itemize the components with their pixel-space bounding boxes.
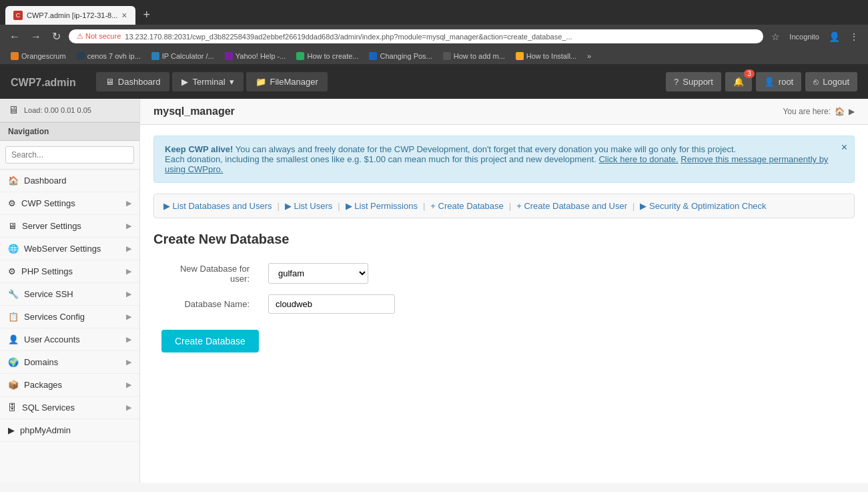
- terminal-icon: ▶: [181, 77, 188, 87]
- sidebar-item-cwp-settings[interactable]: ⚙ CWP Settings ▶: [0, 192, 139, 215]
- brand-sub: .admin: [41, 77, 76, 88]
- field-input-user: gulfam: [260, 258, 403, 289]
- notification-btn[interactable]: 🔔 3: [725, 72, 752, 91]
- packages-icon: 📦: [8, 380, 19, 390]
- sidebar-item-phpmyadmin[interactable]: ▶ phpMyAdmin: [0, 419, 139, 442]
- sidebar-label-cwp: CWP Settings: [21, 198, 75, 208]
- nav-section-title: Navigation: [0, 122, 139, 141]
- tab-create-database[interactable]: + Create Database: [430, 201, 503, 211]
- tabs-nav: ▶ List Databases and Users | ▶ List User…: [153, 194, 855, 218]
- alert-banner: Keep CWP alive! You can always and freel…: [153, 136, 855, 183]
- browser-controls: ← → ↻ ⚠ Not secure 13.232.170.88:2031/cw…: [0, 25, 868, 48]
- search-input[interactable]: [5, 146, 134, 164]
- sidebar-label-dashboard: Dashboard: [24, 176, 67, 186]
- main-layout: 🖥 Load: 0.00 0.01 0.05 Navigation 🏠 Dash…: [0, 99, 868, 483]
- sidebar-item-php[interactable]: ⚙ PHP Settings ▶: [0, 260, 139, 283]
- sidebar-label-webserver: WebServer Settings: [24, 244, 101, 254]
- new-tab-btn[interactable]: +: [138, 5, 156, 25]
- back-btn[interactable]: ←: [7, 29, 23, 44]
- alert-bold: Keep CWP alive!: [165, 144, 233, 154]
- alert-link-donate[interactable]: Click here to donate.: [598, 154, 678, 164]
- sidebar-label-phpmyadmin: phpMyAdmin: [20, 425, 71, 435]
- alert-text1: You can always and freely donate for the…: [236, 144, 736, 154]
- tab-separator-3: |: [423, 201, 425, 211]
- tab-separator-4: |: [509, 201, 511, 211]
- sidebar-item-sql-services[interactable]: 🗄 SQL Services ▶: [0, 397, 139, 419]
- bookmark-centos[interactable]: cenos 7 ovh ip...: [73, 51, 145, 61]
- sql-icon: 🗄: [8, 403, 17, 413]
- form-title: Create New Database: [153, 232, 855, 247]
- terminal-btn[interactable]: ▶ Terminal ▾: [172, 72, 243, 91]
- profile-icon[interactable]: 👤: [826, 30, 843, 43]
- arrow-icon-packages: ▶: [126, 381, 131, 389]
- filemanager-icon: 📁: [256, 77, 266, 87]
- address-text: 13.232.170.88:2031/cwp_d3b82258439ad2ebb…: [125, 33, 755, 41]
- sidebar-label-sql: SQL Services: [22, 403, 75, 413]
- tab-list-users[interactable]: ▶ List Users: [285, 201, 332, 211]
- forward-btn[interactable]: →: [28, 29, 44, 44]
- user-select[interactable]: gulfam: [268, 263, 368, 284]
- sidebar: 🖥 Load: 0.00 0.01 0.05 Navigation 🏠 Dash…: [0, 99, 140, 483]
- tab-separator-1: |: [277, 201, 279, 211]
- create-database-form: New Database for user: gulfam Database N…: [153, 258, 403, 319]
- tab-title: CWP7.admin [ip-172-31-8...: [27, 11, 117, 19]
- sidebar-item-packages[interactable]: 📦 Packages ▶: [0, 374, 139, 397]
- sidebar-item-user-accounts[interactable]: 👤 User Accounts ▶: [0, 328, 139, 351]
- notification-badge: 3: [744, 69, 755, 78]
- tab-list-permissions[interactable]: ▶ List Permissions: [346, 201, 418, 211]
- sidebar-item-dashboard[interactable]: 🏠 Dashboard: [0, 170, 139, 192]
- arrow-icon-php: ▶: [126, 267, 131, 276]
- tab-separator-2: |: [338, 201, 340, 211]
- sidebar-item-services-config[interactable]: 📋 Services Config ▶: [0, 306, 139, 328]
- database-name-input[interactable]: [268, 294, 395, 314]
- dashboard-icon: 🖥: [105, 77, 114, 87]
- bookmark-how-to-add[interactable]: How to add m...: [439, 51, 509, 61]
- bookmark-yahoo[interactable]: Yahoo! Help -...: [221, 51, 290, 61]
- arrow-icon-ssh: ▶: [126, 290, 131, 298]
- php-icon: ⚙: [8, 266, 16, 276]
- dashboard-btn[interactable]: 🖥 Dashboard: [96, 72, 170, 91]
- field-label-dbname: Database Name:: [153, 289, 260, 319]
- star-btn[interactable]: ☆: [769, 30, 783, 43]
- bookmark-ipcalc[interactable]: IP Calculator /...: [147, 51, 218, 61]
- tab-security-check[interactable]: ▶ Security & Optimization Check: [640, 201, 766, 211]
- menu-btn[interactable]: ⋮: [847, 30, 861, 43]
- form-actions: Create Database: [153, 319, 855, 352]
- browser-tab-active[interactable]: C CWP7.admin [ip-172-31-8... ×: [5, 6, 135, 25]
- field-label-user: New Database for user:: [153, 258, 260, 289]
- browser-chrome: C CWP7.admin [ip-172-31-8... × + ← → ↻ ⚠…: [0, 0, 868, 64]
- alert-close-btn[interactable]: ×: [841, 142, 847, 154]
- bell-icon: 🔔: [733, 77, 744, 87]
- browser-actions: ☆ Incognito 👤 ⋮: [769, 30, 861, 43]
- logout-btn[interactable]: ⎋ Logout: [805, 72, 857, 91]
- sidebar-item-server-settings[interactable]: 🖥 Server Settings ▶: [0, 215, 139, 238]
- sidebar-item-domains[interactable]: 🌍 Domains ▶: [0, 351, 139, 374]
- arrow-icon-services: ▶: [126, 312, 131, 321]
- bookmark-orangescrum[interactable]: Orangescrum: [7, 51, 70, 61]
- bookmark-more[interactable]: »: [583, 51, 595, 61]
- bookmark-howto-create[interactable]: How to create...: [292, 51, 362, 61]
- sidebar-item-webserver[interactable]: 🌐 WebServer Settings ▶: [0, 238, 139, 260]
- content-inner: Keep CWP alive! You can always and freel…: [140, 125, 868, 363]
- filemanager-btn[interactable]: 📁 FileManager: [246, 72, 328, 91]
- reload-btn[interactable]: ↻: [49, 29, 63, 44]
- arrow-icon-users: ▶: [126, 335, 131, 344]
- nav-right: ? Support 🔔 3 👤 root ⎋ Logout: [666, 72, 857, 91]
- address-bar[interactable]: ⚠ Not secure 13.232.170.88:2031/cwp_d3b8…: [69, 29, 763, 43]
- tab-close-btn[interactable]: ×: [121, 10, 127, 21]
- tab-list-databases[interactable]: ▶ List Databases and Users: [163, 201, 272, 211]
- create-database-btn[interactable]: Create Database: [161, 330, 259, 352]
- sidebar-label-server: Server Settings: [22, 221, 81, 231]
- bookmark-how-to-install[interactable]: How to Install...: [512, 51, 580, 61]
- logout-icon: ⎋: [813, 77, 819, 87]
- support-btn[interactable]: ? Support: [666, 72, 721, 91]
- bookmark-changing-pos[interactable]: Changing Pos...: [365, 51, 436, 61]
- sidebar-item-ssh[interactable]: 🔧 Service SSH ▶: [0, 283, 139, 306]
- user-btn[interactable]: 👤 root: [756, 72, 801, 91]
- arrow-icon-webserver: ▶: [126, 244, 131, 253]
- form-row-user: New Database for user: gulfam: [153, 258, 403, 289]
- server-settings-icon: 🖥: [8, 221, 17, 231]
- dashboard-nav-icon: 🏠: [8, 176, 19, 186]
- terminal-dropdown-icon: ▾: [230, 77, 234, 87]
- tab-create-database-user[interactable]: + Create Database and User: [516, 201, 627, 211]
